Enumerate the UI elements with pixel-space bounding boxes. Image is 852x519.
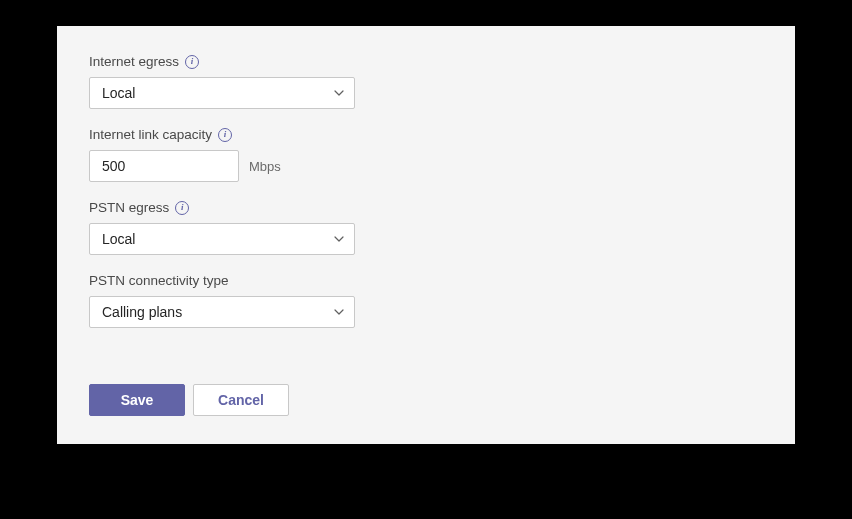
info-icon[interactable]: i xyxy=(175,201,189,215)
pstn-connectivity-type-label: PSTN connectivity type xyxy=(89,273,229,288)
field-pstn-egress: PSTN egress i Local xyxy=(89,200,763,255)
info-icon[interactable]: i xyxy=(218,128,232,142)
save-button[interactable]: Save xyxy=(89,384,185,416)
field-internet-egress: Internet egress i Local xyxy=(89,54,763,109)
internet-link-capacity-unit: Mbps xyxy=(249,159,281,174)
internet-link-capacity-label-row: Internet link capacity i xyxy=(89,127,763,142)
internet-egress-label: Internet egress xyxy=(89,54,179,69)
pstn-connectivity-type-value: Calling plans xyxy=(102,304,182,320)
info-icon[interactable]: i xyxy=(185,55,199,69)
cancel-button[interactable]: Cancel xyxy=(193,384,289,416)
settings-panel: Internet egress i Local Internet link ca… xyxy=(57,26,795,444)
internet-link-capacity-row: Mbps xyxy=(89,150,763,182)
internet-egress-select-wrap: Local xyxy=(89,77,355,109)
pstn-connectivity-type-select[interactable]: Calling plans xyxy=(89,296,355,328)
field-pstn-connectivity-type: PSTN connectivity type Calling plans xyxy=(89,273,763,328)
pstn-egress-select-wrap: Local xyxy=(89,223,355,255)
pstn-egress-value: Local xyxy=(102,231,135,247)
pstn-egress-label: PSTN egress xyxy=(89,200,169,215)
pstn-egress-select[interactable]: Local xyxy=(89,223,355,255)
internet-link-capacity-label: Internet link capacity xyxy=(89,127,212,142)
pstn-connectivity-type-select-wrap: Calling plans xyxy=(89,296,355,328)
field-internet-link-capacity: Internet link capacity i Mbps xyxy=(89,127,763,182)
internet-link-capacity-input[interactable] xyxy=(89,150,239,182)
internet-egress-select[interactable]: Local xyxy=(89,77,355,109)
internet-egress-label-row: Internet egress i xyxy=(89,54,763,69)
internet-egress-value: Local xyxy=(102,85,135,101)
button-row: Save Cancel xyxy=(89,384,289,416)
pstn-egress-label-row: PSTN egress i xyxy=(89,200,763,215)
pstn-connectivity-type-label-row: PSTN connectivity type xyxy=(89,273,763,288)
